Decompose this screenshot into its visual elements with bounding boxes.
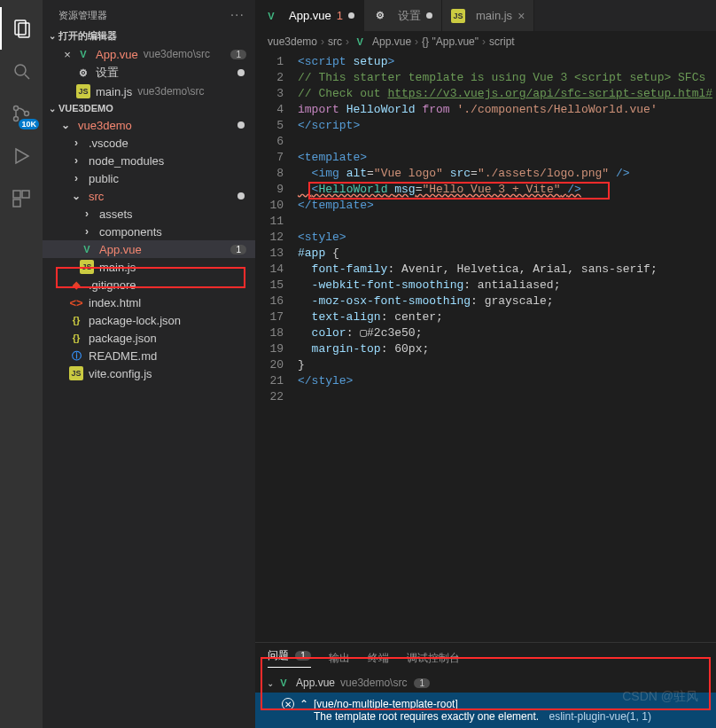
- project-label: VUE3DEMO: [58, 103, 113, 114]
- search-activity-icon[interactable]: [0, 50, 43, 92]
- open-editor-name: App.vue: [96, 48, 138, 61]
- file-item[interactable]: {}package.json: [43, 329, 255, 347]
- svg-point-2: [15, 65, 26, 75]
- tree-item-name: App.vue: [99, 243, 142, 256]
- editor-tab[interactable]: JSmain.js×: [442, 0, 534, 31]
- close-icon[interactable]: ×: [58, 48, 76, 61]
- folder-item[interactable]: ›node_modules: [43, 152, 255, 169]
- open-editor-name: main.js: [96, 85, 132, 98]
- file-item[interactable]: <>index.html: [43, 294, 255, 311]
- modified-dot-icon: [237, 192, 245, 200]
- error-count-badge: 1: [230, 50, 246, 59]
- svg-rect-9: [13, 200, 20, 207]
- code-content[interactable]: <script setup>// This starter template i…: [298, 52, 716, 642]
- problem-file-name: App.vue: [296, 677, 335, 689]
- file-item[interactable]: VApp.vue1: [43, 240, 255, 258]
- panel-tab-label: 问题: [268, 649, 289, 661]
- editor-tab[interactable]: VApp.vue1: [255, 0, 364, 31]
- tree-item-name: vite.config.js: [89, 367, 152, 380]
- tree-item-name: index.html: [89, 296, 141, 309]
- breadcrumb-segment[interactable]: {} "App.vue": [422, 35, 479, 48]
- breadcrumb-segment[interactable]: VApp.vue: [353, 35, 411, 49]
- editor-area: VApp.vue1⚙设置JSmain.js× vue3demo›src›VApp…: [255, 0, 716, 728]
- problem-file-count: 1: [414, 678, 430, 688]
- error-icon: ✕: [282, 698, 294, 710]
- folder-item[interactable]: ›public: [43, 169, 255, 187]
- svg-rect-7: [13, 191, 20, 198]
- vue-file-icon: V: [276, 676, 291, 690]
- folder-item[interactable]: ⌄vue3demo: [43, 116, 255, 134]
- tree-item-name: vue3demo: [78, 119, 132, 132]
- tree-item-name: main.js: [99, 261, 136, 274]
- breadcrumb-segment[interactable]: src: [328, 35, 342, 48]
- panel-tab-debug[interactable]: 调试控制台: [407, 651, 460, 666]
- open-editor-item[interactable]: JSmain.jsvue3demo\src: [43, 82, 255, 100]
- explorer-activity-icon[interactable]: [0, 7, 43, 50]
- sidebar-title: 资源管理器 ···: [43, 0, 255, 27]
- editor-tab[interactable]: ⚙设置: [364, 0, 442, 31]
- tree-item-name: README.md: [89, 349, 157, 363]
- activity-bar: 10K: [0, 0, 43, 728]
- file-item[interactable]: JSmain.js: [43, 258, 255, 276]
- tree-item-name: package-lock.json: [89, 314, 181, 327]
- tree-item-name: public: [89, 172, 119, 185]
- svg-point-5: [14, 117, 19, 121]
- chevron-down-icon: ⌄: [46, 31, 58, 41]
- panel-tab-problems[interactable]: 问题 1: [268, 648, 311, 668]
- problem-message: The template root requires exactly one e…: [314, 710, 539, 723]
- problem-file-path: vue3demo\src: [340, 677, 407, 689]
- open-editor-item[interactable]: ×VApp.vuevue3demo\src1: [43, 45, 255, 63]
- extensions-activity-icon[interactable]: [0, 177, 43, 220]
- modified-dot-icon: [237, 121, 245, 129]
- open-editor-path: vue3demo\src: [137, 85, 204, 98]
- close-icon[interactable]: ×: [518, 9, 525, 23]
- file-item[interactable]: JSvite.config.js: [43, 364, 255, 382]
- line-gutter: 12345678910111213141516171819202122: [255, 52, 298, 642]
- tree-item-name: node_modules: [89, 154, 164, 168]
- tree-item-name: .vscode: [89, 137, 128, 150]
- folder-item[interactable]: ›components: [43, 223, 255, 240]
- modified-dot-icon: [426, 12, 432, 19]
- tab-name: main.js: [476, 9, 512, 22]
- problems-panel: 问题 1 输出 终端 调试控制台 ⌄ V App.vue vue3demo\sr…: [255, 642, 716, 728]
- breadcrumb-segment[interactable]: vue3demo: [268, 35, 317, 48]
- panel-tab-output[interactable]: 输出: [329, 651, 350, 666]
- modified-dot-icon: [348, 12, 354, 19]
- run-activity-icon[interactable]: [0, 135, 43, 177]
- folder-item[interactable]: ›.vscode: [43, 134, 255, 152]
- breadcrumb[interactable]: vue3demo›src›VApp.vue›{} "App.vue"›scrip…: [255, 31, 716, 52]
- more-icon[interactable]: ···: [230, 7, 245, 23]
- tree-item-name: assets: [99, 207, 133, 221]
- tab-name: App.vue: [289, 9, 331, 22]
- folder-item[interactable]: ⌄src: [43, 187, 255, 205]
- source-control-activity-icon[interactable]: 10K: [0, 92, 43, 135]
- project-header[interactable]: ⌄ VUE3DEMO: [43, 100, 255, 116]
- file-item[interactable]: {}package-lock.json: [43, 311, 255, 329]
- open-editor-path: vue3demo\src: [144, 48, 210, 60]
- tab-name: 设置: [398, 8, 421, 24]
- chevron-down-icon: ⌄: [264, 678, 276, 688]
- error-count-badge: 1: [230, 245, 246, 254]
- breadcrumb-segment[interactable]: script: [489, 35, 515, 48]
- open-editor-name: 设置: [96, 65, 119, 81]
- file-item[interactable]: ⓘREADME.md: [43, 347, 255, 364]
- modified-dot-icon: [237, 69, 245, 76]
- file-item[interactable]: ◆.gitignore: [43, 276, 255, 294]
- folder-item[interactable]: ›assets: [43, 205, 255, 223]
- open-editor-item[interactable]: ⚙设置: [43, 63, 255, 82]
- tree-item-name: .gitignore: [89, 278, 136, 292]
- sidebar-title-label: 资源管理器: [58, 9, 107, 22]
- tree-item-name: components: [99, 225, 162, 239]
- panel-tab-terminal[interactable]: 终端: [368, 651, 389, 666]
- tab-error-count: 1: [337, 9, 343, 22]
- problem-source: eslint-plugin-vue(1, 1): [549, 710, 650, 723]
- tree-item-name: package.json: [89, 332, 157, 345]
- open-editors-header[interactable]: ⌄ 打开的编辑器: [43, 27, 255, 45]
- code-editor[interactable]: 12345678910111213141516171819202122 <scr…: [255, 52, 716, 642]
- editor-tabs: VApp.vue1⚙设置JSmain.js×: [255, 0, 716, 31]
- watermark: CSDN @驻风: [622, 689, 698, 705]
- chevron-down-icon: ⌄: [46, 104, 58, 114]
- open-editors-label: 打开的编辑器: [58, 29, 117, 43]
- svg-rect-8: [22, 191, 29, 198]
- svg-point-4: [14, 106, 19, 111]
